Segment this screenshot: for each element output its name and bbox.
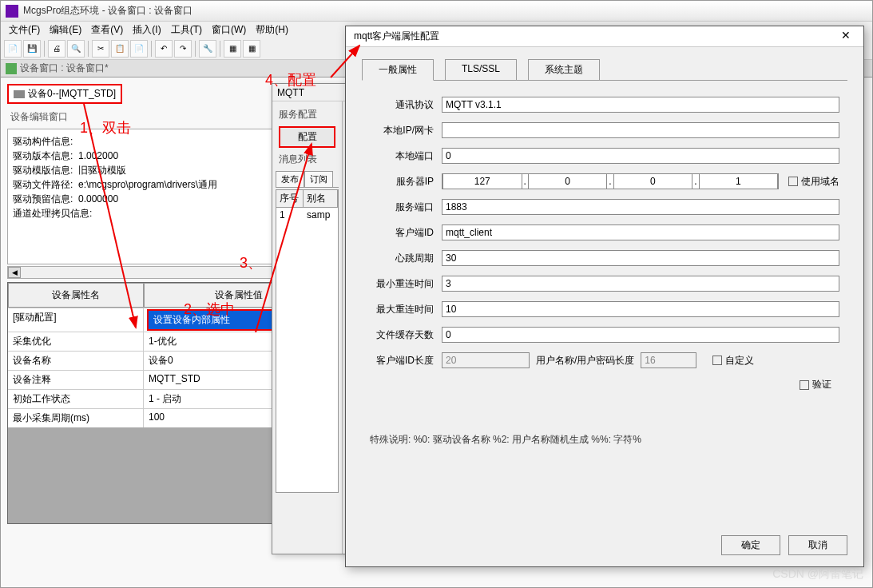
special-note: 特殊说明: %0: 驱动设备名称 %2: 用户名称随机生成 %%: 字符% <box>370 433 839 447</box>
user-pwd-len-input <box>641 352 696 368</box>
tb-grid1-icon[interactable]: ▦ <box>224 40 241 58</box>
server-port-input[interactable] <box>442 199 839 215</box>
local-port-input[interactable] <box>442 148 839 164</box>
tab-subscribe[interactable]: 订阅 <box>304 171 333 187</box>
tb-redo-icon[interactable]: ↷ <box>174 40 192 58</box>
label-max-reconn: 最大重连时间 <box>370 303 442 316</box>
menu-edit[interactable]: 编辑(E) <box>45 22 86 38</box>
sub-tab-label[interactable]: 设备窗口 : 设备窗口* <box>20 62 109 75</box>
label-server-ip: 服务器IP <box>370 175 442 189</box>
config-button[interactable]: 配置 <box>279 126 335 148</box>
tb-undo-icon[interactable]: ↶ <box>155 40 173 58</box>
tb-copy-icon[interactable]: 📋 <box>111 40 129 58</box>
label-protocol: 通讯协议 <box>370 98 442 112</box>
col-alias: 别名 <box>304 190 338 207</box>
dialog-title: mqtt客户端属性配置 <box>354 30 439 43</box>
dialog-tabs: 一般属性 TLS/SSL 系统主题 <box>362 58 847 80</box>
device-name: 设备0--[MQTT_STD] <box>28 87 116 101</box>
table-row[interactable]: 1 samp <box>276 208 338 222</box>
label-heartbeat: 心跳周期 <box>370 252 442 265</box>
tb-preview-icon[interactable]: 🔍 <box>67 40 85 58</box>
tb-grid2-icon[interactable]: ▦ <box>243 40 260 58</box>
service-config-label: 服务配置 <box>272 106 342 123</box>
menu-window[interactable]: 窗口(W) <box>207 22 251 38</box>
label-cache-days: 文件缓存天数 <box>370 328 442 342</box>
label-min-reconn: 最小重连时间 <box>370 277 442 291</box>
client-id-len-input <box>442 352 530 368</box>
label-client-id: 客户端ID <box>370 226 442 240</box>
label-local-port: 本地端口 <box>370 149 442 163</box>
mqtt-config-dialog: mqtt客户端属性配置 ✕ 一般属性 TLS/SSL 系统主题 通讯协议 MQT… <box>345 26 864 567</box>
max-reconn-input[interactable] <box>442 301 839 317</box>
label-local-ip: 本地IP/网卡 <box>370 124 442 137</box>
use-domain-checkbox[interactable]: 使用域名 <box>788 175 839 189</box>
ok-button[interactable]: 确定 <box>721 535 780 555</box>
menu-insert[interactable]: 插入(I) <box>128 22 165 38</box>
scroll-left-icon[interactable]: ◀ <box>8 267 21 278</box>
device-entry[interactable]: 设备0--[MQTT_STD] <box>7 84 122 104</box>
tb-tools-icon[interactable]: 🔧 <box>199 40 216 58</box>
tab-general[interactable]: 一般属性 <box>362 59 434 81</box>
message-table: 序号 别名 1 samp <box>276 189 339 493</box>
client-id-input[interactable] <box>442 224 839 240</box>
cache-days-input[interactable] <box>442 327 839 343</box>
heartbeat-input[interactable] <box>442 250 839 266</box>
msg-list-label: 消息列表 <box>272 151 342 168</box>
tb-save-icon[interactable]: 💾 <box>23 40 41 58</box>
menu-view[interactable]: 查看(V) <box>86 22 128 38</box>
ip-seg-3[interactable] <box>613 173 693 189</box>
app-title: McgsPro组态环境 - 设备窗口 : 设备窗口 <box>23 4 867 18</box>
app-icon <box>6 5 18 18</box>
tb-print-icon[interactable]: 🖨 <box>48 40 65 58</box>
local-ip-input[interactable] <box>442 122 839 138</box>
tab-system-topic[interactable]: 系统主题 <box>528 59 600 81</box>
mqtt-sidebar: 服务配置 配置 消息列表 发布 订阅 序号 别名 1 samp <box>272 101 343 554</box>
close-button[interactable]: ✕ <box>836 29 855 45</box>
dialog-titlebar: mqtt客户端属性配置 ✕ <box>346 26 863 47</box>
label-server-port: 服务端口 <box>370 201 442 214</box>
tb-new-icon[interactable]: 📄 <box>4 40 22 58</box>
tab-icon <box>6 63 17 74</box>
label-client-id-len: 客户端ID长度 <box>370 354 442 368</box>
ip-seg-4[interactable] <box>699 173 779 189</box>
tab-publish[interactable]: 发布 <box>276 171 304 187</box>
tab-tls[interactable]: TLS/SSL <box>445 59 517 81</box>
protocol-select[interactable]: MQTT v3.1.1 <box>442 97 839 113</box>
ip-seg-1[interactable] <box>442 173 522 189</box>
titlebar: McgsPro组态环境 - 设备窗口 : 设备窗口 <box>1 1 872 22</box>
menu-help[interactable]: 帮助(H) <box>251 22 293 38</box>
server-ip-input[interactable]: . . . <box>442 173 779 189</box>
verify-checkbox[interactable]: 验证 <box>800 378 831 391</box>
col-property-name: 设备属性名 <box>8 283 144 308</box>
tb-paste-icon[interactable]: 📄 <box>130 40 148 58</box>
publish-subscribe-tabs: 发布 订阅 <box>276 171 339 188</box>
custom-checkbox[interactable]: 自定义 <box>712 354 754 368</box>
menu-tools[interactable]: 工具(T) <box>166 22 207 38</box>
device-icon <box>14 90 25 98</box>
mqtt-title-text: MQTT <box>277 87 304 98</box>
watermark: CSDN @阿雷笔记 <box>772 567 863 582</box>
min-reconn-input[interactable] <box>442 276 839 292</box>
col-index: 序号 <box>276 190 304 207</box>
menu-file[interactable]: 文件(F) <box>4 22 45 38</box>
cancel-button[interactable]: 取消 <box>788 535 847 555</box>
config-form: 通讯协议 MQTT v3.1.1 本地IP/网卡 本地端口 服务器IP . . … <box>346 81 863 417</box>
label-user-pwd-len: 用户名称/用户密码长度 <box>536 354 634 368</box>
tb-cut-icon[interactable]: ✂ <box>92 40 109 58</box>
ip-seg-2[interactable] <box>528 173 608 189</box>
